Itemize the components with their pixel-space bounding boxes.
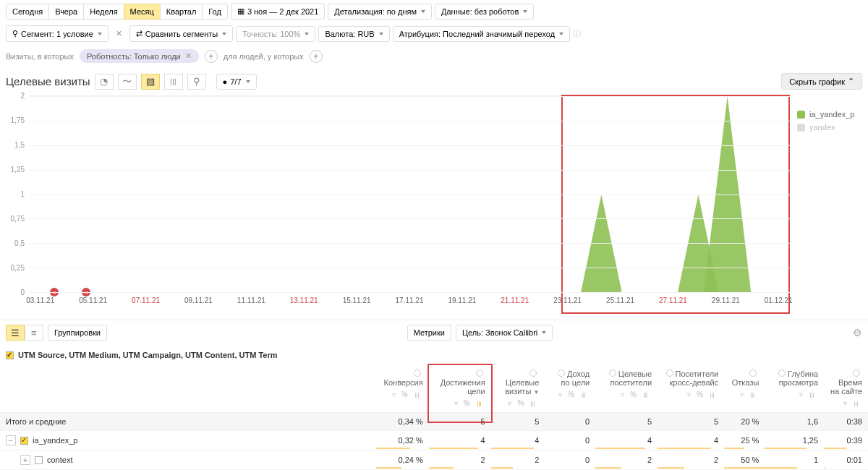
bars-icon[interactable]: ⫼	[578, 390, 590, 399]
table-row[interactable]: −ia_yandex_p 0,32 % 4 4 0 4 4 25 % 1,25 …	[0, 431, 868, 450]
col-depth[interactable]: Глубина просмотра▿⫼	[765, 365, 824, 413]
col-cross-device[interactable]: Посетители кросс-девайс▿%⫼	[658, 365, 724, 413]
utm-title: UTM Source, UTM Medium, UTM Campaign, UT…	[18, 351, 278, 359]
chevron-down-icon	[421, 10, 425, 13]
filter-row: Визиты, в которых Роботность: Только люд…	[0, 45, 868, 67]
chart-title: Целевые визиты	[6, 75, 90, 87]
bars-icon[interactable]: ⫼	[707, 390, 718, 399]
percent-icon[interactable]: %	[566, 390, 576, 399]
bars-icon[interactable]: ⫼	[412, 390, 423, 399]
tab-quarter[interactable]: Квартал	[160, 4, 203, 20]
chip-remove-icon[interactable]: ✕	[185, 51, 192, 61]
filter-icon[interactable]: ▿	[556, 390, 564, 399]
compare-segments-button[interactable]: ⇄ Сравнить сегменты	[129, 25, 233, 42]
segment-clear[interactable]: ✕	[111, 27, 127, 40]
legend-swatch-icon	[797, 124, 805, 132]
col-visits[interactable]: Целевые визиты ▼▿%⫼	[491, 365, 545, 413]
legend-swatch-icon	[797, 111, 805, 119]
utm-header-row: UTM Source, UTM Medium, UTM Campaign, UT…	[0, 345, 868, 365]
bars-icon[interactable]: ⫼	[527, 398, 539, 408]
filter-icon[interactable]: ▿	[797, 390, 805, 399]
view-tree[interactable]: ☰	[6, 325, 25, 341]
goal-select[interactable]: Цель: Звонок Callibri	[456, 325, 553, 341]
chevron-down-icon	[222, 33, 226, 35]
currency-select[interactable]: Валюта: RUB	[318, 26, 389, 42]
calendar-icon: ▦	[237, 7, 244, 16]
col-time[interactable]: Время на сайте▿⫼	[824, 365, 868, 413]
chart-type-map[interactable]: ⚲	[187, 74, 206, 90]
visits-label: Визиты, в которых	[6, 52, 74, 61]
table-row[interactable]: +context 0,24 % 2 2 0 2 2 50 % 1 0:01	[0, 450, 868, 470]
tag-icon: ●	[223, 77, 228, 86]
settings-icon[interactable]: ⚙	[853, 327, 862, 338]
legend-item-2[interactable]: yandex	[797, 123, 862, 132]
bars-icon[interactable]: ⫼	[474, 398, 485, 408]
series-select[interactable]: ● 7/7	[216, 74, 257, 90]
tab-month[interactable]: Месяц	[124, 4, 161, 20]
percent-icon[interactable]: %	[461, 398, 472, 408]
detail-select[interactable]: Детализация: по дням	[328, 4, 432, 20]
percent-icon[interactable]: %	[628, 390, 639, 399]
percent-icon[interactable]: %	[515, 398, 526, 408]
filter-icon[interactable]: ▿	[685, 390, 693, 399]
collapse-icon[interactable]: −	[6, 435, 16, 445]
chart-type-area[interactable]: ▨	[141, 74, 160, 90]
add-people-filter[interactable]: +	[310, 50, 323, 63]
chart-type-bar[interactable]: ⫼	[164, 74, 183, 90]
chevron-up-icon: ⌃	[848, 77, 854, 86]
filter-icon[interactable]: ▿	[841, 398, 849, 408]
tab-year[interactable]: Год	[202, 4, 228, 20]
filter-icon[interactable]: ▿	[390, 390, 398, 399]
filter-icon[interactable]: ▿	[618, 390, 626, 399]
utm-checkbox[interactable]	[6, 351, 14, 359]
bars-icon[interactable]: ⫼	[851, 398, 862, 408]
robot-chip[interactable]: Роботность: Только люди✕	[80, 49, 199, 63]
tab-yesterday[interactable]: Вчера	[48, 4, 84, 20]
data-table: Конверсия▿%⫼ Достижения цели▿%⫼ Целевые …	[0, 365, 868, 470]
filter-icon: ⚲	[12, 29, 18, 38]
filter-icon[interactable]: ▿	[452, 398, 460, 408]
period-tabs: Сегодня Вчера Неделя Месяц Квартал Год	[6, 4, 228, 20]
row-checkbox[interactable]	[20, 437, 28, 445]
bars-icon[interactable]: ⫼	[807, 390, 818, 399]
chevron-down-icon	[523, 10, 527, 13]
chevron-down-icon	[98, 33, 102, 35]
chevron-down-icon	[559, 33, 563, 35]
chart-type-donut[interactable]: ◔	[95, 74, 114, 90]
col-target-visitors[interactable]: Целевые посетители▿%⫼	[595, 365, 658, 413]
filter-icon[interactable]: ▿	[738, 390, 746, 399]
hide-chart-button[interactable]: Скрыть график ⌃	[781, 73, 862, 90]
col-conversion[interactable]: Конверсия▿%⫼	[376, 365, 429, 413]
period-toolbar: Сегодня Вчера Неделя Месяц Квартал Год ▦…	[0, 0, 868, 22]
expand-icon[interactable]: +	[20, 455, 30, 465]
people-label: для людей, у которых	[224, 52, 304, 61]
legend-item-1[interactable]: ia_yandex_p	[797, 110, 862, 119]
sort-desc-icon: ▼	[533, 389, 539, 396]
bars-icon[interactable]: ⫼	[640, 390, 652, 399]
chart-area: 00,250,50,7511,251,51,752 н н 03.11.2105…	[6, 95, 790, 312]
percent-icon[interactable]: %	[694, 390, 705, 399]
filter-icon[interactable]: ▿	[506, 398, 514, 408]
row-checkbox[interactable]	[35, 456, 43, 464]
col-goals[interactable]: Достижения цели▿%⫼	[429, 365, 491, 413]
accuracy-select[interactable]: Точность: 100%	[236, 26, 315, 42]
metrics-button[interactable]: Метрики	[407, 325, 451, 341]
col-bounce[interactable]: Отказы▿⫼	[724, 365, 765, 413]
chevron-down-icon	[379, 33, 383, 35]
tab-week[interactable]: Неделя	[83, 4, 124, 20]
segment-button[interactable]: ⚲ Сегмент: 1 условие	[6, 25, 109, 42]
chart-type-line[interactable]: 〜	[118, 74, 137, 90]
view-flat[interactable]: ≡	[25, 325, 43, 341]
date-range-picker[interactable]: ▦ 3 ноя — 2 дек 2021	[231, 3, 325, 20]
add-visit-filter[interactable]: +	[205, 50, 218, 63]
bars-icon[interactable]: ⫼	[747, 390, 759, 399]
data-select[interactable]: Данные: без роботов	[435, 4, 534, 20]
col-income[interactable]: Доход по цели▿%⫼	[545, 365, 595, 413]
help-icon[interactable]: ⓘ	[573, 28, 581, 39]
table-controls: ☰ ≡ Группировки Метрики Цель: Звонок Cal…	[0, 320, 868, 345]
groupings-button[interactable]: Группировки	[48, 325, 107, 341]
tab-today[interactable]: Сегодня	[6, 4, 49, 20]
percent-icon[interactable]: %	[399, 390, 410, 399]
attribution-select[interactable]: Атрибуция: Последний значимый переход	[393, 26, 570, 42]
segment-toolbar: ⚲ Сегмент: 1 условие ✕ ⇄ Сравнить сегмен…	[0, 22, 868, 45]
